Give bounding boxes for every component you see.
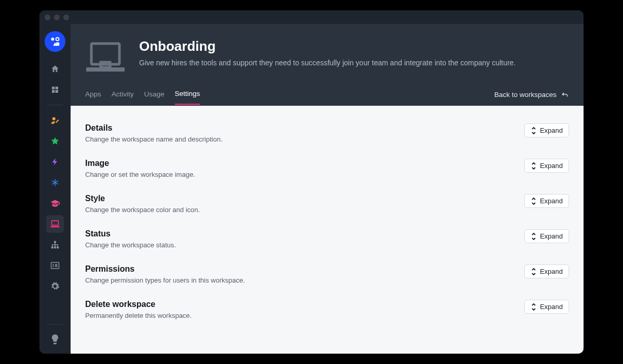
- svg-rect-6: [56, 90, 58, 93]
- section-title: Delete workspace: [85, 300, 192, 309]
- expand-icon: [531, 268, 537, 275]
- section-permissions: Permissions Change permission types for …: [85, 258, 569, 293]
- expand-label: Expand: [540, 303, 563, 311]
- traffic-light-close[interactable]: [45, 15, 50, 20]
- undo-icon: [561, 91, 569, 99]
- traffic-light-max[interactable]: [63, 15, 69, 20]
- star-icon: [50, 136, 60, 146]
- section-desc: Change or set the workspace image.: [85, 171, 195, 178]
- back-to-workspaces-link[interactable]: Back to workspaces: [494, 91, 569, 99]
- svg-point-1: [56, 37, 59, 40]
- svg-point-7: [52, 117, 56, 120]
- app-window: Onboarding Give new hires the tools and …: [39, 10, 584, 354]
- svg-point-0: [51, 37, 54, 40]
- tabbar: Apps Activity Usage Settings Back to wor…: [71, 84, 584, 106]
- sitemap-icon: [50, 240, 60, 249]
- expand-icon: [531, 162, 537, 170]
- section-delete: Delete workspace Permanently delete this…: [85, 293, 569, 329]
- expand-icon: [531, 233, 537, 240]
- sidebar-divider-bottom: [47, 324, 63, 325]
- tab-activity[interactable]: Activity: [112, 85, 134, 104]
- sidebar-item-learning[interactable]: [46, 194, 64, 212]
- svg-point-12: [55, 247, 56, 248]
- section-desc: Change the workspace name and descriptio…: [85, 135, 223, 143]
- sidebar-item-help[interactable]: [46, 331, 64, 348]
- expand-button-status[interactable]: Expand: [524, 229, 569, 243]
- section-desc: Change the workspace status.: [85, 241, 176, 249]
- section-title: Style: [85, 194, 200, 203]
- sidebar-item-org[interactable]: [46, 236, 64, 254]
- expand-button-style[interactable]: Expand: [524, 194, 569, 208]
- sidebar-item-settings[interactable]: [46, 277, 64, 295]
- expand-label: Expand: [540, 127, 563, 134]
- sidebar-item-automations[interactable]: [46, 153, 64, 171]
- back-to-workspaces-label: Back to workspaces: [494, 91, 557, 99]
- svg-rect-9: [50, 226, 60, 227]
- svg-rect-3: [52, 87, 55, 89]
- logo-icon: [49, 36, 61, 47]
- svg-point-11: [51, 247, 53, 248]
- workspace-icon: [85, 40, 126, 74]
- sidebar-item-onboarding[interactable]: [46, 215, 64, 233]
- svg-rect-2: [56, 43, 59, 46]
- section-image: Image Change or set the workspace image.…: [85, 152, 569, 188]
- user-edit-icon: [50, 116, 60, 125]
- svg-rect-8: [52, 221, 59, 226]
- expand-label: Expand: [540, 232, 563, 240]
- page-title: Onboarding: [139, 38, 516, 54]
- app-logo[interactable]: [45, 31, 65, 52]
- window-titlebar: [39, 10, 584, 24]
- traffic-light-min[interactable]: [54, 15, 60, 20]
- svg-point-13: [57, 247, 59, 248]
- bolt-icon: [51, 157, 59, 166]
- sidebar-item-favorites[interactable]: [46, 132, 64, 150]
- expand-icon: [531, 198, 537, 205]
- expand-label: Expand: [540, 197, 563, 205]
- grid-icon: [51, 86, 59, 94]
- section-status: Status Change the workspace status. Expa…: [85, 223, 569, 258]
- expand-icon: [531, 127, 537, 134]
- laptop-icon: [50, 220, 60, 228]
- graduation-cap-icon: [50, 199, 60, 207]
- hero: Onboarding Give new hires the tools and …: [71, 24, 584, 74]
- home-icon: [50, 64, 60, 74]
- lightbulb-icon: [51, 334, 59, 345]
- tab-apps[interactable]: Apps: [85, 85, 101, 104]
- section-title: Details: [85, 123, 223, 133]
- laptop-large-icon: [85, 41, 126, 74]
- section-title: Image: [85, 159, 195, 168]
- section-title: Status: [85, 229, 176, 239]
- section-desc: Permanently delete this workspace.: [85, 312, 192, 319]
- sidebar-item-people[interactable]: [46, 111, 64, 129]
- tab-usage[interactable]: Usage: [144, 85, 165, 104]
- settings-content: Details Change the workspace name and de…: [71, 106, 584, 354]
- expand-button-details[interactable]: Expand: [524, 123, 569, 137]
- expand-button-permissions[interactable]: Expand: [524, 264, 569, 278]
- gear-icon: [50, 282, 60, 291]
- expand-icon: [531, 303, 537, 311]
- sidebar-item-integrations[interactable]: [46, 174, 64, 191]
- list-icon: [50, 261, 60, 270]
- sidebar-divider: [47, 105, 63, 105]
- svg-rect-4: [56, 87, 58, 89]
- asterisk-icon: [50, 178, 60, 187]
- sidebar-item-dashboard[interactable]: [46, 81, 64, 99]
- section-desc: Change permission types for users in thi…: [85, 276, 245, 284]
- sidebar-item-reports[interactable]: [46, 257, 64, 274]
- main-panel: Onboarding Give new hires the tools and …: [71, 24, 584, 354]
- expand-label: Expand: [540, 162, 563, 170]
- section-title: Permissions: [85, 264, 245, 274]
- svg-rect-5: [52, 90, 55, 93]
- sidebar: [39, 24, 71, 354]
- tab-settings[interactable]: Settings: [175, 85, 200, 105]
- section-style: Style Change the workspace color and ico…: [85, 188, 569, 223]
- expand-label: Expand: [540, 268, 563, 275]
- section-details: Details Change the workspace name and de…: [85, 117, 569, 152]
- expand-button-image[interactable]: Expand: [524, 159, 569, 173]
- sidebar-item-home[interactable]: [46, 60, 64, 78]
- expand-button-delete[interactable]: Expand: [524, 300, 569, 314]
- page-subtitle: Give new hires the tools and support the…: [139, 58, 516, 68]
- svg-point-10: [55, 241, 56, 243]
- section-desc: Change the workspace color and icon.: [85, 206, 200, 214]
